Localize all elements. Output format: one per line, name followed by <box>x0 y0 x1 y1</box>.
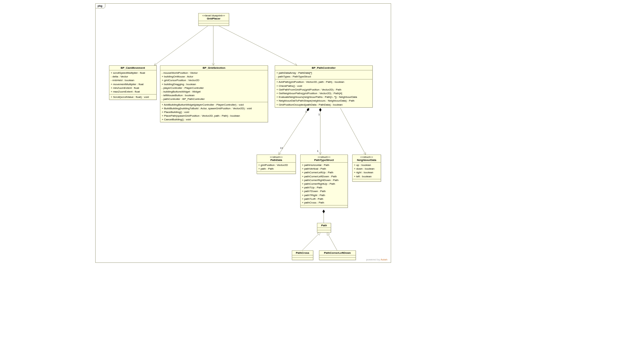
class-header: BP_PathController <box>275 66 372 70</box>
attr-row: + pathTRight : Path <box>302 193 346 197</box>
ops-section <box>199 23 229 25</box>
class-name: BP_GridSelection <box>162 66 266 69</box>
class-name: PathData <box>258 159 294 162</box>
attr-row: + pathTLeft : Path <box>302 197 346 201</box>
class-pathdata[interactable]: <<struct>> PathData + gridPosition : Vec… <box>257 155 296 174</box>
attr-row: - delta : Vector <box>111 75 155 78</box>
class-header: <<level blueprint>> GridPlacer <box>199 13 229 21</box>
attr-row: - pathTypes : PathTypeStruct <box>276 75 371 78</box>
class-gridplacer[interactable]: <<level blueprint>> GridPlacer <box>198 13 229 26</box>
attrs-section: + pathHorizontal : Path + pathVertical :… <box>301 163 347 205</box>
ops-section <box>319 258 356 260</box>
attr-row: + pathCornerLeftDown : Path <box>302 175 346 178</box>
class-header: PathCornerLeftDown <box>319 251 356 255</box>
op-row: + PlacePath(spawnGridPosition : Vector2D… <box>162 114 266 118</box>
attr-row: + pathCross : Path <box>302 201 346 204</box>
ops-section <box>353 179 381 181</box>
attr-row: - mouseWorldPosition : Vector <box>162 71 266 75</box>
class-name: PathCross <box>293 251 312 254</box>
class-header: <<struct>> PathData <box>257 155 296 163</box>
stereotype-label: <<level blueprint>> <box>200 14 227 17</box>
attrs-section <box>317 228 331 230</box>
ops-section: + AddPath(gridPosition : Vector2D, path … <box>275 79 372 107</box>
stereotype-label: <<struct>> <box>258 156 294 159</box>
attr-row: - rmbHeld : boolean <box>111 78 155 82</box>
attr-row: + pathTDown : Path <box>302 189 346 193</box>
attr-row: + left : boolean <box>354 175 379 178</box>
multiplicity-label: 11 <box>280 146 283 149</box>
gen-pathcornerleftdown-path <box>327 232 337 250</box>
attrs-section: + up : boolean + down : boolean + right … <box>353 163 381 179</box>
op-row: + NeighbourDatToPathShape(neighbours : N… <box>276 99 371 103</box>
class-cammovement[interactable]: BP_CamMovement + scrollSpeedMultiplier :… <box>109 65 157 100</box>
class-name: PathTypeStruct <box>302 159 346 162</box>
attr-row: + pathHorizontal : Path <box>302 163 346 167</box>
attr-row: + gridCursorPosition : Vector2D <box>162 78 266 82</box>
op-row: + GetNeighbourPaths(gridPosition : Vecto… <box>276 92 371 95</box>
attr-row: + scrollSpeedMultiplier : float <box>111 71 155 75</box>
class-path[interactable]: Path <box>317 223 331 233</box>
multiplicity-label: 1 <box>305 110 307 113</box>
stereotype-label: <<struct>> <box>302 156 346 159</box>
op-row: + AddBuildingButtonWidget(playerControll… <box>162 103 266 107</box>
attr-row: - pathController : BP_PathController <box>162 97 266 101</box>
attr-row: + down : boolean <box>354 167 379 171</box>
ops-section: + Scroll(scrollValue : float) : void <box>109 95 156 100</box>
attr-row: + path : Path <box>258 167 294 171</box>
multiplicity-label: 1 <box>318 113 320 116</box>
class-name: BP_PathController <box>276 66 371 69</box>
powered-prefix: powered by <box>366 258 380 261</box>
attr-row: + pathDataArray : PathData[*] <box>276 71 371 75</box>
attr-row: + pathVertical : Path <box>302 167 346 171</box>
attr-row: - buildingButtonsWidget : Widget <box>162 90 266 94</box>
class-pathcontroller[interactable]: BP_PathController + pathDataArray : Path… <box>275 65 373 108</box>
class-gridselection[interactable]: BP_GridSelection - mouseWorldPosition : … <box>160 65 268 122</box>
attrs-section: + pathDataArray : PathData[*] - pathType… <box>275 70 372 79</box>
class-header: <<struct>> NeighbourData <box>353 155 381 163</box>
class-name: BP_CamMovement <box>111 66 155 69</box>
op-row: + EvaluateNeighbours(neighbourPaths : Pa… <box>276 95 371 99</box>
op-row: + CheckPaths() : void <box>276 84 371 88</box>
class-header: PathCross <box>292 251 313 255</box>
attr-row: + up : boolean <box>354 163 379 167</box>
ops-section <box>317 230 331 232</box>
package-tab: pkg <box>95 3 105 8</box>
powered-by-label: powered by Astah <box>366 258 387 261</box>
ops-section <box>257 172 296 174</box>
attr-row: + right : boolean <box>354 171 379 174</box>
class-header: BP_GridSelection <box>160 66 268 70</box>
op-row: + Scroll(scrollValue : float) : void <box>111 95 155 99</box>
attr-row: + minZoomExtent : float <box>111 86 155 90</box>
op-row: + GetPathFromGridPos(gridPosition : Vect… <box>276 88 371 92</box>
class-neighbourdata[interactable]: <<struct>> NeighbourData + up : boolean … <box>352 155 381 182</box>
class-pathcornerleftdown[interactable]: PathCornerLeftDown <box>319 250 356 260</box>
assoc-gridplacer-pathctrl <box>219 26 297 65</box>
class-pathtypestruct[interactable]: <<struct>> PathTypeStruct + pathHorizont… <box>300 155 348 208</box>
multiplicity-label: 1 <box>317 149 318 153</box>
attrs-section <box>199 21 229 23</box>
assoc-pathctrl-neighbourdata <box>340 108 366 155</box>
ops-section <box>301 205 347 207</box>
comp-pathctrl-pathdata <box>279 108 309 155</box>
class-pathcross[interactable]: PathCross <box>292 250 313 260</box>
attr-row: + pathCornerRightUp : Path <box>302 182 346 186</box>
ops-section: + AddBuildingButtonWidget(playerControll… <box>160 102 268 122</box>
attrs-section <box>319 255 356 258</box>
attrs-section: + gridPosition : Vector2D + path : Path <box>257 163 296 172</box>
attr-row: + maxZoomExtent : float <box>111 90 155 94</box>
diagram-canvas: pkg <<level blueprint>> GridPlacer BP_Ca… <box>0 0 644 362</box>
attr-row: + pathCornerRightDown : Path <box>302 178 346 182</box>
powered-name: Astah <box>381 258 387 261</box>
assoc-gridplacer-cam <box>154 26 208 65</box>
op-row: + GridPositionOccupied(pathData : PathDa… <box>276 103 371 107</box>
attrs-section: - mouseWorldPosition : Vector + building… <box>160 70 268 102</box>
ops-section <box>292 258 313 260</box>
op-row: + AddPath(gridPosition : Vector2D, path … <box>276 80 371 84</box>
gen-pathcross-path <box>302 232 320 250</box>
attr-row: - playerController : PlayerController <box>162 86 266 90</box>
attr-row: - leftMouseButton : boolean <box>162 94 266 97</box>
attr-row: + buildingDragging : boolean <box>162 82 266 86</box>
connectors-svg <box>96 4 391 262</box>
class-header: BP_CamMovement <box>109 66 156 70</box>
class-header: Path <box>317 223 331 228</box>
